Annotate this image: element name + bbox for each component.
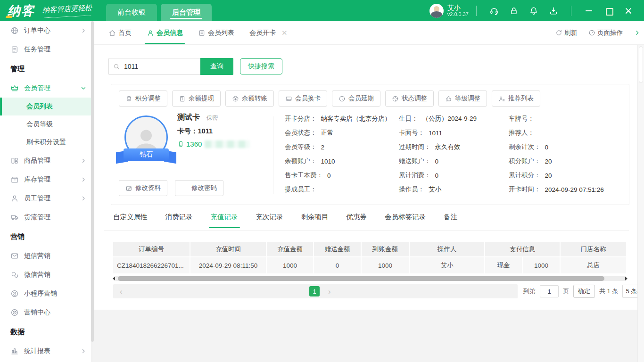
confirm-button[interactable]: 确定 [573, 285, 595, 298]
headset-icon[interactable] [489, 6, 499, 16]
sidebar-item[interactable]: 库存管理 [0, 170, 94, 189]
detail-tab[interactable]: 优惠券 [347, 213, 367, 228]
table-header: 赠送金额 [314, 242, 362, 257]
info-field: 会员状态：正常 [285, 126, 391, 140]
maximize-button[interactable] [604, 6, 613, 16]
detail-tab[interactable]: 剩余项目 [301, 213, 329, 228]
wallet-action-button[interactable]: 余额提现 [172, 90, 221, 107]
detail-tab[interactable]: 充值记录 [211, 213, 238, 228]
goto-page-input[interactable] [540, 285, 559, 297]
edit-profile-button[interactable]: 修改资料 [119, 180, 167, 196]
yen-action-button[interactable]: 余额转账 [225, 90, 274, 107]
chevron-right-icon[interactable] [634, 30, 640, 36]
phone-icon [177, 140, 184, 148]
phone-masked [205, 140, 250, 148]
hscroll-thumb[interactable] [118, 276, 604, 281]
sidebar-item[interactable]: 微信营销 [0, 265, 94, 284]
mode-tab[interactable]: 前台收银 [106, 4, 157, 21]
adjust-action-button[interactable]: 状态调整 [385, 90, 434, 107]
clock-action-button[interactable]: 会员延期 [332, 90, 380, 107]
sidebar-item[interactable]: 任务管理 [0, 40, 94, 59]
detail-tab[interactable]: 充次记录 [256, 213, 283, 228]
sidebar-item[interactable]: 商品管理 [0, 151, 94, 170]
search-input[interactable] [108, 58, 200, 75]
query-button[interactable]: 查询 [200, 58, 233, 75]
table-cell: 艾小 [410, 257, 485, 273]
member-phone: 1360 [177, 140, 250, 148]
member-avatar: 钻石 [122, 115, 171, 161]
page-tab[interactable]: 首页 [108, 21, 132, 44]
page-size-select[interactable]: 5 条/页 [622, 285, 637, 298]
sidebar-menu: 订单中心任务管理管理会员管理会员列表会员等级刷卡积分设置商品管理库存管理员工管理… [0, 21, 94, 361]
scroll-left-arrow-icon[interactable] [113, 277, 115, 280]
level-ribbon: 钻石 [122, 148, 171, 161]
divider [571, 6, 571, 16]
sidebar-subitem[interactable]: 刷卡积分设置 [0, 133, 94, 151]
sidebar-item[interactable]: 小程序营销 [0, 284, 94, 303]
info-field: 累计积分：20 [509, 168, 604, 182]
close-tab-icon[interactable]: ✕ [281, 29, 288, 37]
table-cell: 1000 [523, 257, 561, 273]
download-icon[interactable] [549, 6, 558, 16]
table-cell: 总店 [561, 257, 627, 273]
next-page-button[interactable]: › [328, 288, 331, 296]
sidebar-item[interactable]: 营销中心 [0, 303, 94, 322]
lock-icon [182, 185, 189, 192]
member-name: 测试卡 [177, 113, 200, 123]
page-operations-button[interactable]: 页面操作 [588, 29, 623, 37]
close-button[interactable] [624, 6, 633, 16]
lock-icon[interactable] [509, 6, 519, 16]
sidebar-section: 数据 [0, 322, 94, 342]
coins-action-button[interactable]: 积分调整 [119, 90, 167, 107]
detail-tab[interactable]: 自定义属性 [113, 213, 148, 228]
detail-tab[interactable]: 会员标签记录 [385, 213, 426, 228]
sidebar-scrollbar[interactable] [91, 21, 94, 362]
sidebar-item[interactable]: 货流管理 [0, 208, 94, 227]
sidebar-subitem[interactable]: 会员等级 [0, 115, 94, 133]
sidebar-item[interactable]: 员工管理 [0, 189, 94, 208]
sidebar-item[interactable]: 统计报表 [0, 342, 94, 361]
recommend-action-button[interactable]: 推荐列表 [492, 90, 540, 107]
sidebar-item[interactable]: 短信营销 [0, 247, 94, 265]
page-tabs: 首页会员信息会员列表会员开卡✕ [94, 21, 288, 44]
level-badge: 钻石 [124, 148, 169, 161]
edit-password-button[interactable]: 修改密码 [175, 180, 223, 196]
info-field: 赠送账户：0 [399, 154, 477, 168]
sidebar-item[interactable]: 订单中心 [0, 21, 94, 40]
info-field: 开卡分店：纳客专卖店（北京分店） [285, 112, 391, 126]
quick-search-button[interactable]: 快捷搜索 [240, 58, 282, 74]
card-icon [285, 95, 292, 102]
page-tab[interactable]: 会员开卡✕ [249, 21, 288, 44]
goto-label: 到第 [523, 287, 536, 296]
divider [104, 230, 629, 230]
recommend-icon [498, 95, 505, 102]
mode-tab[interactable]: 后台管理 [161, 4, 212, 21]
info-field: 卡面号：1011 [399, 126, 477, 140]
page-tab[interactable]: 会员列表 [198, 21, 234, 44]
table-header: 支付信息 [485, 242, 561, 257]
current-page-button[interactable]: 1 [309, 286, 320, 296]
detail-tab[interactable]: 消费记录 [165, 213, 193, 228]
scroll-right-arrow-icon[interactable] [625, 277, 627, 280]
app-logo: 纳客 [8, 2, 35, 19]
adjust-icon [392, 95, 399, 102]
doc-icon [198, 29, 206, 37]
minimize-button[interactable] [584, 6, 594, 16]
refresh-button[interactable]: 刷新 [555, 29, 577, 37]
page-tab[interactable]: 会员信息 [147, 21, 183, 44]
card-number: 卡号：1011 [177, 127, 213, 136]
mail-icon [10, 252, 19, 260]
main-scrollbar[interactable] [637, 45, 644, 362]
detail-tab[interactable]: 备注 [444, 213, 457, 228]
chevron-down-icon [81, 85, 86, 91]
sidebar-subitem[interactable]: 会员列表 [0, 98, 94, 115]
level-action-button[interactable]: 等级调整 [438, 90, 487, 107]
info-field: 车牌号： [509, 112, 604, 126]
bell-icon[interactable] [529, 6, 538, 16]
user-block[interactable]: 艾小 v2.0.0.37 [429, 4, 469, 18]
sidebar-item[interactable]: 会员管理 [0, 79, 94, 98]
globe-icon [10, 26, 19, 35]
table-hscrollbar[interactable] [113, 276, 627, 281]
card-action-button[interactable]: 会员换卡 [279, 90, 327, 107]
yen-icon [232, 95, 239, 102]
